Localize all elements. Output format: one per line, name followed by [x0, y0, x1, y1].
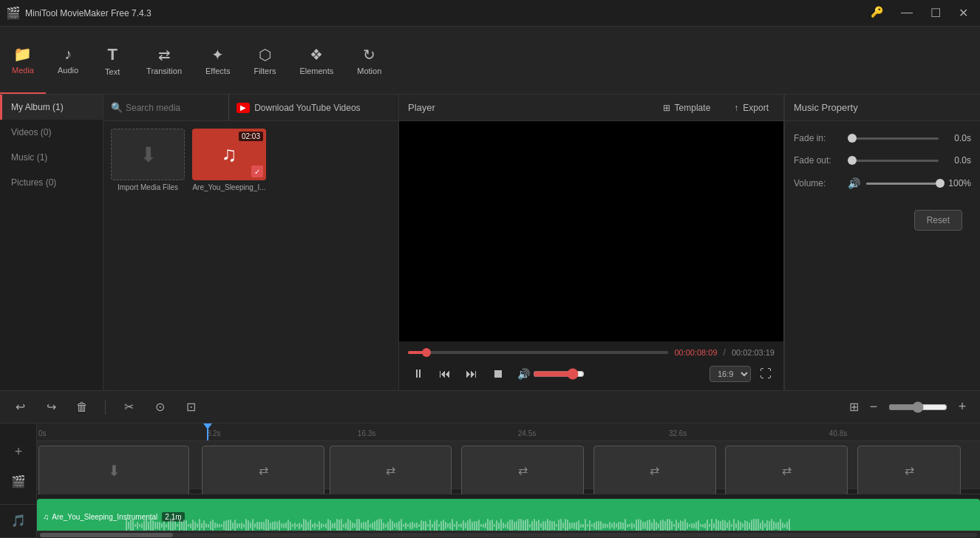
sidebar-item-music[interactable]: Music (1) [0, 145, 103, 170]
sidebar-item-pictures[interactable]: Pictures (0) [0, 170, 103, 195]
download-area[interactable]: ▶ Download YouTube Videos [229, 95, 398, 120]
restore-button[interactable]: ☐ [925, 4, 947, 21]
waveform-bar [740, 522, 741, 530]
music-media-item[interactable]: ♫ 02:03 ✓ Are_You_Sleeping_I... [192, 129, 266, 191]
waveform-bar [412, 522, 413, 529]
waveform-bar [607, 524, 608, 528]
waveform-bar [576, 522, 577, 530]
video-clip-6[interactable]: ⇄ [725, 446, 848, 496]
export-button[interactable]: ↑ Export [728, 100, 775, 116]
media-panel: My Album (1) Videos (0) Music (1) Pictur… [0, 95, 399, 390]
prev-button[interactable]: ⏮ [435, 364, 455, 384]
toolbar-motion[interactable]: ↻ Motion [345, 27, 393, 94]
reset-button[interactable]: Reset [914, 210, 962, 231]
toolbar-audio[interactable]: ♪ Audio [46, 27, 90, 94]
aspect-ratio-select[interactable]: 16:9 4:3 1:1 [710, 366, 751, 382]
waveform-bar [183, 520, 185, 531]
waveform-bar [571, 522, 573, 528]
video-clip-5[interactable]: ⇄ [593, 446, 716, 496]
close-button[interactable]: ✕ [953, 4, 974, 21]
zoom-minus-button[interactable]: − [865, 398, 882, 416]
waveform-bar [609, 522, 610, 529]
waveform-bar [378, 519, 380, 531]
waveform-bar [538, 520, 540, 531]
waveform-bar [782, 522, 783, 528]
prev-icon: ⏮ [439, 367, 451, 381]
stop-button[interactable]: ⏹ [488, 364, 508, 384]
waveform-bar [704, 523, 706, 528]
toolbar-media[interactable]: 📁 Media [0, 27, 46, 94]
video-track-icon[interactable]: 🎬 [0, 460, 37, 504]
minimize-button[interactable]: — [895, 4, 919, 21]
redo-button[interactable]: ↪ [40, 396, 62, 418]
next-button[interactable]: ⏭ [461, 364, 482, 384]
add-track-button[interactable]: + [0, 444, 37, 460]
volume-prop-slider[interactable] [866, 183, 939, 185]
waveform-bar [602, 523, 604, 528]
waveform-bar [354, 523, 355, 528]
waveform-bar [616, 523, 617, 528]
cut-button[interactable]: ✂ [118, 396, 140, 418]
toolbar-elements[interactable]: ❖ Elements [287, 27, 345, 94]
split-view-icon[interactable]: ⊞ [849, 400, 859, 414]
toolbar-filters[interactable]: ⬡ Filters [242, 27, 287, 94]
video-clip-7[interactable]: ⇄ [857, 446, 961, 496]
player-header: Player ⊞ Template ↑ Export [399, 95, 783, 121]
import-media-item[interactable]: ⬇ Import Media Files [111, 129, 185, 191]
undo-button[interactable]: ↩ [9, 396, 31, 418]
search-area[interactable]: 🔍 Search media [103, 95, 229, 120]
waveform-bar [225, 520, 227, 531]
fade-out-slider[interactable] [848, 160, 939, 162]
music-clip[interactable]: ♫ Are_You_Sleeping_Instrumental 2.1m // … [37, 499, 980, 531]
video-clip-3[interactable]: ⇄ [330, 446, 452, 496]
template-button[interactable]: ⊞ Template [657, 100, 717, 116]
pause-button[interactable]: ⏸ [408, 364, 429, 384]
title-bar: 🎬 MiniTool MovieMaker Free 7.4.3 🔑 — ☐ ✕ [0, 0, 980, 27]
waveform-bar [755, 519, 757, 531]
waveform-bar [525, 520, 526, 531]
waveform-bar [449, 522, 451, 529]
waveform-bar [465, 522, 466, 528]
waveform-bar [338, 520, 340, 531]
toolbar-transition[interactable]: ⇄ Transition [135, 27, 194, 94]
scrollbar-track[interactable] [40, 533, 977, 537]
waveform-bar [569, 522, 571, 529]
video-track[interactable]: ⬇ ⇄ ⇄ ⇄ ⇄ ⇄ ⇄ [37, 441, 980, 490]
waveform-bar [221, 524, 222, 527]
time-separator: / [724, 347, 726, 358]
video-clip-1[interactable]: ⬇ [38, 446, 189, 496]
music-track-icon[interactable]: 🎵 [0, 505, 37, 538]
video-clip-2[interactable]: ⇄ [202, 446, 324, 496]
key-icon[interactable]: 🔑 [865, 4, 889, 21]
waveform-bar [438, 524, 440, 527]
zoom-slider[interactable] [888, 401, 947, 413]
waveform-bar [274, 521, 276, 530]
waveform-bar [738, 520, 739, 531]
waveform-bar [631, 522, 633, 529]
volume-slider[interactable] [533, 368, 585, 380]
sidebar-item-myalbum[interactable]: My Album (1) [0, 95, 103, 120]
sidebar-item-videos[interactable]: Videos (0) [0, 120, 103, 145]
music-track[interactable]: ♫ Are_You_Sleeping_Instrumental 2.1m // … [37, 494, 980, 531]
detach-button[interactable]: ⊙ [149, 396, 171, 418]
waveform-bar [713, 523, 715, 528]
delete-button[interactable]: 🗑 [71, 396, 93, 418]
scrollbar-thumb[interactable] [40, 533, 173, 537]
zoom-plus-button[interactable]: + [953, 398, 971, 416]
waveform-bar [157, 522, 158, 529]
video-clip-4[interactable]: ⇄ [461, 446, 584, 496]
progress-track[interactable] [408, 351, 668, 354]
youtube-icon: ▶ [237, 103, 250, 113]
toolbar-effects[interactable]: ✦ Effects [194, 27, 242, 94]
detach-icon: ⊙ [155, 400, 165, 414]
fade-in-slider[interactable] [848, 137, 939, 140]
properties-panel: Music Property Fade in: 0.0s Fade out: 0… [784, 95, 980, 390]
waveform-bar [423, 521, 424, 530]
waveform-bar [188, 524, 189, 527]
toolbar-text[interactable]: T Text [90, 27, 135, 94]
waveform-bar [598, 521, 599, 530]
crop-button[interactable]: ⊡ [180, 396, 202, 418]
clip-download-icon: ⬇ [108, 462, 120, 480]
repeat-icon-4: ⇄ [650, 463, 659, 477]
fullscreen-button[interactable]: ⛶ [757, 364, 775, 384]
